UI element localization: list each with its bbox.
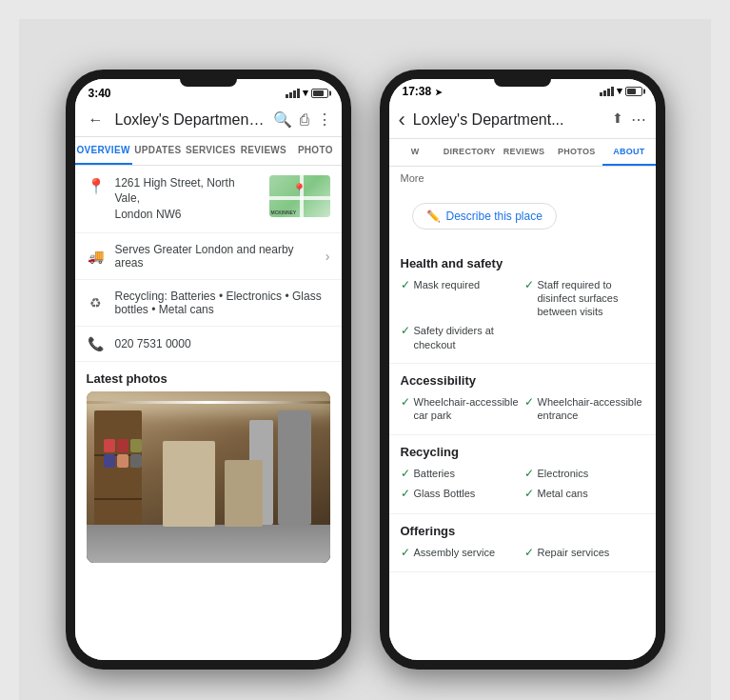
tab-about[interactable]: ABOUT (602, 139, 655, 166)
map-label: MCKINNEY (271, 210, 297, 215)
time-value-2: 17:38 (403, 85, 432, 98)
tabs-1: OVERVIEW UPDATES SERVICES REVIEWS PHOTO (75, 137, 342, 166)
assembly-service: ✓ Assembly service (401, 546, 521, 561)
store-photo[interactable] (87, 391, 330, 563)
back-button-1[interactable]: ← (85, 110, 108, 130)
check-icon: ✓ (401, 278, 410, 293)
check-icon: ✓ (524, 278, 534, 293)
battery-icon-1 (311, 89, 328, 98)
offerings-grid: ✓ Assembly service ✓ Repair services (401, 546, 644, 567)
describe-button[interactable]: ✏️ Describe this place (412, 203, 557, 230)
share-icon-1[interactable]: ⎙ (300, 111, 309, 129)
bag-display (104, 439, 146, 468)
describe-label: Describe this place (446, 210, 543, 223)
location-arrow-icon: ➤ (435, 88, 443, 97)
tabs-2: W DIRECTORY REVIEWS PHOTOS ABOUT (389, 139, 656, 167)
content-1: 📍 1261 High Street, North Vale, London N… (75, 166, 342, 660)
glass-bottles-item: ✓ Glass Bottles (401, 487, 521, 502)
more-icon-1[interactable]: ⋮ (317, 110, 332, 129)
nav-icons-1: 🔍 ⎙ ⋮ (273, 110, 332, 129)
serves-text: Serves Greater London and nearby areas (115, 243, 316, 270)
check-icon: ✓ (524, 546, 534, 561)
glass-bottles-label: Glass Bottles (414, 487, 476, 500)
check-icon: ✓ (401, 324, 410, 339)
mask-label: Mask required (414, 278, 481, 291)
accessibility-title: Accessibility (401, 373, 644, 388)
edit-icon: ✏️ (426, 210, 441, 223)
tab-directory[interactable]: DIRECTORY (442, 139, 498, 166)
shelf-left (94, 410, 142, 544)
repair-services: ✓ Repair services (524, 546, 644, 561)
staff-disinfect-label: Staff required to disinfect surfaces bet… (538, 278, 644, 319)
check-icon: ✓ (401, 487, 410, 502)
tab-reviews[interactable]: REVIEWS (238, 137, 289, 165)
check-icon: ✓ (524, 487, 534, 502)
phone-2-screen: 17:38 ➤ ▾ ‹ (389, 79, 656, 660)
describe-btn-wrapper: ✏️ Describe this place (389, 190, 656, 247)
phone-row[interactable]: 📞 020 7531 0000 (75, 327, 342, 362)
phone-icon: 📞 (87, 336, 106, 351)
wifi-icon-2: ▾ (617, 85, 622, 97)
serves-row[interactable]: 🚚 Serves Greater London and nearby areas… (75, 233, 342, 280)
phone-1-screen: 3:40 ▾ ← Loxley's Departm (75, 79, 342, 660)
more-icon-2[interactable]: ⋯ (631, 110, 646, 129)
signal-icon-2 (600, 87, 614, 96)
store-floor (87, 525, 330, 563)
electronics-label: Electronics (538, 467, 589, 480)
tab-reviews-2[interactable]: REVIEWS (498, 139, 550, 166)
content-2: More ✏️ Describe this place Health and s… (389, 167, 656, 660)
address-line2: London NW6 (115, 207, 260, 223)
safety-dividers-label: Safety dividers at checkout (414, 324, 521, 351)
page-title-1: Loxley's Department... (115, 111, 266, 129)
address-row: 📍 1261 High Street, North Vale, London N… (75, 166, 342, 233)
wifi-icon-1: ▾ (303, 87, 308, 99)
tab-overview[interactable]: OVERVIEW (75, 137, 132, 165)
status-icons-1: ▾ (286, 87, 328, 99)
latest-photos-label: Latest photos (75, 362, 342, 391)
nav-bar-1: ← Loxley's Department... 🔍 ⎙ ⋮ (75, 104, 342, 137)
map-thumbnail[interactable]: 📍 MCKINNEY (269, 175, 330, 217)
delivery-icon: 🚚 (87, 249, 106, 264)
offerings-title: Offerings (401, 524, 644, 538)
offerings-section: Offerings ✓ Assembly service ✓ Repair se… (389, 514, 656, 573)
check-icon: ✓ (401, 546, 410, 561)
tab-w[interactable]: W (389, 139, 442, 166)
mask-required: ✓ Mask required (401, 278, 521, 319)
wheelchair-car-park-label: Wheelchair-accessible car park (414, 395, 521, 423)
search-icon-1[interactable]: 🔍 (273, 110, 292, 129)
wheelchair-entrance-label: Wheelchair-accessible entrance (538, 395, 644, 423)
tab-services[interactable]: SERVICES (184, 137, 238, 165)
batteries-item: ✓ Batteries (401, 467, 521, 482)
ceiling-lights (87, 401, 330, 404)
nav-icons-2: ⬆ ⋯ (612, 110, 646, 129)
time-1: 3:40 (89, 87, 111, 100)
phone-2: 17:38 ➤ ▾ ‹ (380, 70, 665, 670)
check-icon: ✓ (524, 395, 534, 410)
location-icon: 📍 (87, 175, 106, 223)
arrow-icon: › (326, 249, 330, 264)
time-2: 17:38 ➤ (403, 85, 443, 98)
address-text: 1261 High Street, North Vale, London NW6 (115, 175, 260, 223)
repair-label: Repair services (538, 546, 610, 559)
recycling-grid: ✓ Batteries ✓ Electronics ✓ Glass Bottle… (401, 467, 644, 508)
accessibility-grid: ✓ Wheelchair-accessible car park ✓ Wheel… (401, 395, 644, 429)
safety-dividers: ✓ Safety dividers at checkout (401, 324, 521, 351)
signal-icon-1 (286, 89, 300, 98)
battery-icon-2 (625, 87, 642, 96)
check-icon: ✓ (524, 467, 534, 482)
health-safety-title: Health and safety (401, 256, 644, 270)
back-button-2[interactable]: ‹ (399, 108, 405, 132)
phone-1-notch (180, 79, 237, 87)
recycling-section: Recycling ✓ Batteries ✓ Electronics ✓ Gl (389, 435, 656, 514)
recycle-icon: ♻ (87, 295, 106, 310)
upload-icon-2[interactable]: ⬆ (612, 110, 623, 129)
tab-photos[interactable]: PHOTOS (550, 139, 602, 166)
page-title-2: Loxley's Department... (413, 111, 604, 129)
nav-bar-2: ‹ Loxley's Department... ⬆ ⋯ (389, 102, 656, 139)
map-pin: 📍 (292, 183, 306, 196)
tab-updates[interactable]: UPDATES (132, 137, 184, 165)
tab-photo[interactable]: PHOTO (289, 137, 341, 165)
recycling-row: ♻ Recycling: Batteries • Electronics • G… (75, 280, 342, 327)
electronics-item: ✓ Electronics (524, 467, 644, 482)
more-link[interactable]: More (389, 167, 656, 190)
